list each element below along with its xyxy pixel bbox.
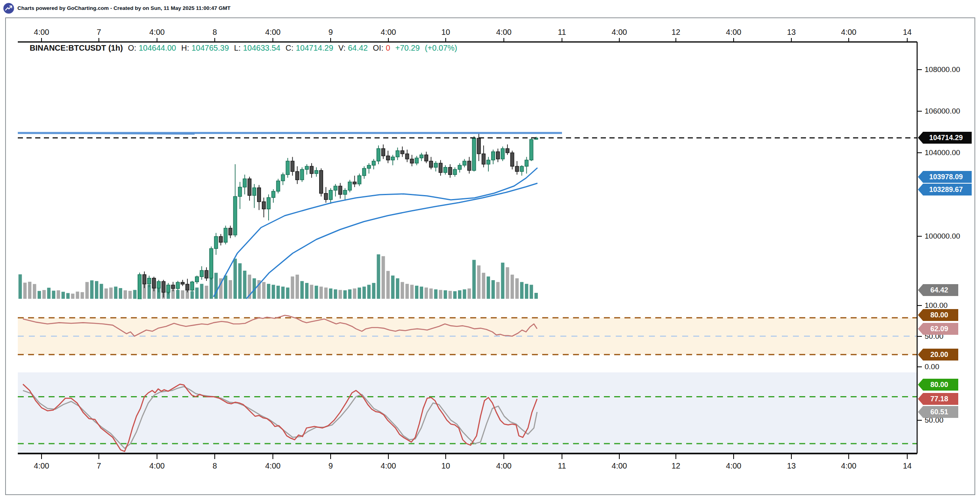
candle xyxy=(276,181,280,191)
volume-bar xyxy=(61,292,65,299)
volume-bar xyxy=(95,281,98,299)
candle xyxy=(453,169,457,175)
candle xyxy=(205,270,208,278)
candle xyxy=(176,282,180,288)
candle xyxy=(525,160,528,166)
volume-bar xyxy=(530,285,533,299)
rsi-lower-tag: 20.00 xyxy=(918,349,958,361)
oi-label: OI: xyxy=(373,44,384,53)
candle xyxy=(415,158,418,163)
main-chart-canvas[interactable] xyxy=(0,0,980,501)
volume-bar xyxy=(276,286,280,299)
candle xyxy=(42,306,46,308)
candle xyxy=(458,165,462,170)
volume-bar xyxy=(434,289,438,299)
volume-bar xyxy=(386,271,390,299)
candle xyxy=(367,165,371,169)
volume-bar xyxy=(382,256,385,299)
volume-bar xyxy=(243,271,246,299)
volume-bar xyxy=(123,290,127,299)
volume-bar xyxy=(467,288,471,299)
candle xyxy=(377,148,380,161)
candle xyxy=(171,285,175,288)
price-pane[interactable] xyxy=(18,132,562,311)
candle xyxy=(33,309,36,310)
time-axis-label-top: 4:00 xyxy=(381,28,396,37)
ohlc-legend[interactable]: BINANCE:BTCUSDT (1h) O:104644.00 H:10476… xyxy=(30,44,457,53)
candle xyxy=(492,152,495,160)
volume-bar xyxy=(439,290,443,299)
volume-bar xyxy=(195,288,199,299)
rsi-pane[interactable] xyxy=(18,315,917,355)
time-axis-label-bottom: 10 xyxy=(441,461,450,471)
close-value: 104714.29 xyxy=(296,44,333,53)
price-axis-label: 108000.00 xyxy=(925,65,960,74)
candle xyxy=(28,309,32,309)
volume-bar xyxy=(429,288,433,299)
time-axis-label-bottom: 9 xyxy=(328,461,333,471)
volume-bar xyxy=(515,278,519,299)
candle xyxy=(248,179,252,195)
volume-bar xyxy=(104,288,108,299)
price-axis-label: 106000.00 xyxy=(925,107,960,116)
candle xyxy=(348,182,352,190)
low-value: 104633.54 xyxy=(243,44,280,53)
volume-bar xyxy=(262,282,266,299)
volume-bar xyxy=(129,291,132,299)
time-axis-label-top: 4:00 xyxy=(34,28,49,37)
stoch-pane[interactable] xyxy=(18,384,917,452)
volume-bar xyxy=(66,293,70,299)
volume-bar xyxy=(42,290,46,299)
time-axis-label-top: 14 xyxy=(903,28,912,37)
candle xyxy=(444,167,447,173)
candle xyxy=(429,161,433,167)
time-axis-label-bottom: 4:00 xyxy=(381,461,396,471)
candle xyxy=(501,148,505,159)
candle xyxy=(100,302,103,304)
symbol-label[interactable]: BINANCE:BTCUSDT (1h) xyxy=(30,44,123,53)
time-axis-label-bottom: 4:00 xyxy=(265,461,281,471)
rsi-upper-tag: 80.00 xyxy=(918,309,958,321)
volume-bar xyxy=(181,290,184,299)
candle xyxy=(114,304,117,305)
volume-bar xyxy=(367,285,371,299)
volume-bar xyxy=(19,274,22,299)
candle xyxy=(71,303,75,304)
volume-bar xyxy=(229,280,232,299)
volume-bar xyxy=(28,282,32,299)
volume-bar xyxy=(52,290,55,299)
time-axis-label-bottom: 4:00 xyxy=(841,461,857,471)
volume-bar xyxy=(396,278,399,299)
change-pct-value: (+0.07%) xyxy=(425,44,457,53)
candle xyxy=(253,188,256,195)
volume-bar xyxy=(329,288,333,299)
volume-bar xyxy=(534,293,538,299)
last-price-tag: 104714.29 xyxy=(918,132,972,144)
close-label: C: xyxy=(286,44,293,53)
volume-bar xyxy=(472,260,476,299)
volume-bar xyxy=(343,290,347,299)
candle xyxy=(472,138,476,171)
volume-tag: 64.42 xyxy=(918,284,958,296)
candle xyxy=(152,278,156,288)
time-axis-label-bottom: 8 xyxy=(212,461,217,471)
time-axis-label-top: 7 xyxy=(96,28,101,37)
volume-bar xyxy=(224,275,227,299)
ma-slow-tag: 103289.67 xyxy=(918,184,972,195)
volume-bar xyxy=(238,263,242,299)
candle xyxy=(425,155,428,161)
volume-bar xyxy=(76,292,79,299)
volume-bar xyxy=(205,286,208,299)
volume-bar xyxy=(358,288,361,299)
volume-bar xyxy=(324,288,328,299)
volume-bar xyxy=(496,282,500,299)
candle xyxy=(243,179,246,187)
volume-bar xyxy=(501,263,505,299)
volume-bar xyxy=(295,275,299,299)
candle xyxy=(148,278,151,284)
candle xyxy=(195,277,199,282)
volume-bar xyxy=(477,266,481,299)
price-axis-label: 0.00 xyxy=(925,362,939,371)
candle xyxy=(310,166,314,173)
time-axis-label-top: 9 xyxy=(328,28,333,37)
